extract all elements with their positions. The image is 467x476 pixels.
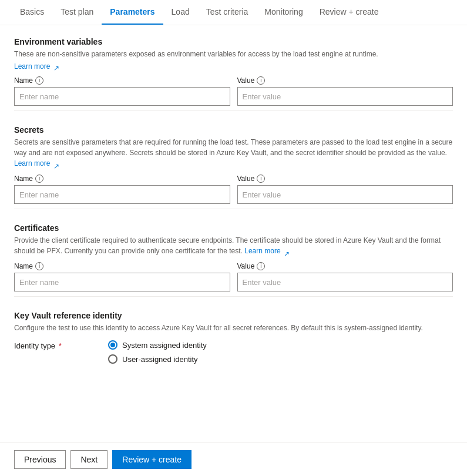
secrets-name-label: Name i xyxy=(14,175,230,183)
env-vars-name-info-icon[interactable]: i xyxy=(35,76,43,85)
env-vars-value-input[interactable] xyxy=(237,87,453,106)
user-assigned-label: User-assigned identity xyxy=(122,355,198,364)
secrets-desc: Secrets are sensitive parameters that ar… xyxy=(14,137,453,169)
certificates-desc: Provide the client certificate required … xyxy=(14,235,453,256)
nav-tabs: Basics Test plan Parameters Load Test cr… xyxy=(0,0,467,25)
secrets-form-row: Name i Value i xyxy=(14,175,453,204)
external-link-icon: ↗ xyxy=(53,64,59,70)
tab-test-criteria[interactable]: Test criteria xyxy=(198,0,257,25)
env-vars-value-label: Value i xyxy=(237,76,453,85)
secrets-name-field: Name i xyxy=(14,175,230,204)
identity-type-row: Identity type * System assigned identity… xyxy=(14,340,453,364)
system-assigned-option[interactable]: System assigned identity xyxy=(108,340,207,350)
secrets-value-info-icon[interactable]: i xyxy=(257,175,265,183)
env-vars-divider xyxy=(14,110,453,111)
env-vars-name-label: Name i xyxy=(14,76,230,85)
review-create-button[interactable]: Review + create xyxy=(112,450,191,469)
identity-radio-group: System assigned identity User-assigned i… xyxy=(108,340,207,364)
secrets-value-input[interactable] xyxy=(237,185,453,204)
next-button[interactable]: Next xyxy=(70,450,107,469)
certificates-divider xyxy=(14,296,453,297)
key-vault-title: Key Vault reference identity xyxy=(14,311,453,320)
secrets-learn-more[interactable]: Learn more ↗ xyxy=(14,159,59,167)
certificates-learn-more[interactable]: Learn more ↗ xyxy=(244,247,290,255)
key-vault-section: Key Vault reference identity Configure t… xyxy=(14,311,453,364)
certificates-value-info-icon[interactable]: i xyxy=(257,262,265,270)
user-assigned-option[interactable]: User-assigned identity xyxy=(108,354,207,364)
certificates-title: Certificates xyxy=(14,223,453,233)
secrets-name-info-icon[interactable]: i xyxy=(35,175,43,183)
secrets-name-input[interactable] xyxy=(14,185,230,204)
certificates-name-label: Name i xyxy=(14,262,230,270)
env-vars-name-field: Name i xyxy=(14,76,230,106)
certificates-value-label: Value i xyxy=(237,262,453,270)
footer: Previous Next Review + create xyxy=(0,443,467,476)
env-vars-title: Environment variables xyxy=(14,37,453,46)
env-vars-section: Environment variables These are non-sens… xyxy=(14,37,453,111)
certificates-form-row: Name i Value i xyxy=(14,262,453,291)
key-vault-desc: Configure the test to use this identity … xyxy=(14,323,453,333)
tab-basics[interactable]: Basics xyxy=(12,0,52,25)
env-vars-value-field: Value i xyxy=(237,76,453,106)
system-assigned-radio[interactable] xyxy=(108,340,117,350)
identity-type-label: Identity type * xyxy=(14,340,108,350)
secrets-value-field: Value i xyxy=(237,175,453,204)
env-vars-form-row: Name i Value i xyxy=(14,76,453,106)
main-content: Environment variables These are non-sens… xyxy=(0,25,467,390)
secrets-value-label: Value i xyxy=(237,175,453,183)
certificates-name-field: Name i xyxy=(14,262,230,291)
certificates-name-info-icon[interactable]: i xyxy=(35,262,43,270)
certificates-section: Certificates Provide the client certific… xyxy=(14,223,453,297)
secrets-divider xyxy=(14,209,453,209)
tab-load[interactable]: Load xyxy=(163,0,198,25)
tab-test-plan[interactable]: Test plan xyxy=(52,0,102,25)
env-vars-learn-more[interactable]: Learn more ↗ xyxy=(14,62,59,71)
env-vars-desc: These are non-sensitive parameters expos… xyxy=(14,49,453,59)
certificates-external-link-icon: ↗ xyxy=(284,249,290,254)
env-vars-name-input[interactable] xyxy=(14,87,230,106)
tab-monitoring[interactable]: Monitoring xyxy=(256,0,311,25)
secrets-title: Secrets xyxy=(14,125,453,135)
user-assigned-radio[interactable] xyxy=(108,354,117,364)
tab-review-create[interactable]: Review + create xyxy=(311,0,387,25)
secrets-external-link-icon: ↗ xyxy=(53,161,59,167)
required-indicator: * xyxy=(59,341,62,350)
secrets-section: Secrets Secrets are sensitive parameters… xyxy=(14,125,453,209)
previous-button[interactable]: Previous xyxy=(14,450,66,469)
tab-parameters[interactable]: Parameters xyxy=(102,0,163,25)
system-assigned-label: System assigned identity xyxy=(122,341,207,350)
certificates-value-input[interactable] xyxy=(237,273,453,291)
certificates-name-input[interactable] xyxy=(14,273,230,291)
env-vars-value-info-icon[interactable]: i xyxy=(257,76,265,85)
certificates-value-field: Value i xyxy=(237,262,453,291)
